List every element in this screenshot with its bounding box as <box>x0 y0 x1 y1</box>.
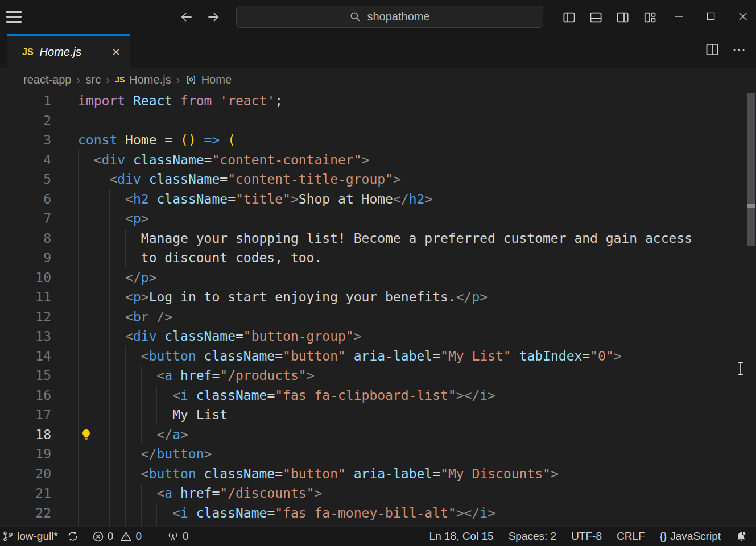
code-line-13[interactable]: 13 <div className="button-group"> <box>0 326 746 346</box>
encoding-status[interactable]: UTF-8 <box>567 527 606 546</box>
tab-close-button[interactable]: ✕ <box>109 45 123 60</box>
code-area: 1import React from 'react';23const Home … <box>0 91 746 526</box>
split-editor-button[interactable] <box>705 42 720 57</box>
code-line-17[interactable]: 17 My List <box>0 405 746 425</box>
eol-status[interactable]: CRLF <box>612 527 650 546</box>
code-text: <div className="button-group"> <box>78 326 362 346</box>
code-line-20[interactable]: 20 <button className="button" aria-label… <box>0 464 746 484</box>
line-number: 4 <box>0 150 51 170</box>
warning-count: 0 <box>135 530 142 543</box>
window-minimize-button[interactable] <box>666 0 692 32</box>
nav-back-button[interactable] <box>177 8 196 26</box>
minimize-icon <box>675 12 684 21</box>
code-line-8[interactable]: 8 Manage your shopping list! Become a pr… <box>0 229 746 249</box>
encoding-label: UTF-8 <box>571 530 602 543</box>
window-maximize-button[interactable] <box>697 0 724 32</box>
line-number: 7 <box>0 209 51 229</box>
nav-forward-button[interactable] <box>204 8 222 26</box>
editor-scrollbar[interactable] <box>746 91 756 526</box>
menu-hamburger-icon[interactable] <box>6 11 22 23</box>
tab-title: Home.js <box>40 46 81 59</box>
breadcrumb: react-app › src › JS Home.js › Home <box>0 68 756 91</box>
chevron-right-icon: › <box>105 73 110 86</box>
code-text: <a href="/discounts"> <box>78 483 322 503</box>
toggle-secondary-sidebar-button[interactable] <box>614 9 630 25</box>
line-number: 14 <box>0 346 51 366</box>
broadcast-icon <box>167 531 179 543</box>
line-number: 12 <box>0 307 51 327</box>
code-text: Manage your shopping list! Become a pref… <box>78 229 692 249</box>
git-branch-status[interactable]: low-gull* <box>0 527 63 546</box>
code-text: </p> <box>78 268 157 288</box>
tab-home-js[interactable]: JS Home.js ✕ <box>7 34 130 68</box>
sync-icon <box>67 531 79 542</box>
language-label: JavaScript <box>670 530 721 543</box>
code-text: import React from 'react'; <box>78 91 283 111</box>
bell-icon <box>736 531 747 543</box>
code-line-14[interactable]: 14 <button className="button" aria-label… <box>0 346 746 366</box>
code-line-15[interactable]: 15 <a href="/products"> <box>0 366 746 386</box>
code-line-3[interactable]: 3const Home = () => ( <box>0 130 746 150</box>
line-number: 18 <box>0 425 51 445</box>
toggle-primary-sidebar-button[interactable] <box>561 9 577 25</box>
code-line-11[interactable]: 11 <p>Log in to start enjoying your bene… <box>0 287 746 307</box>
line-number: 21 <box>0 483 51 503</box>
code-line-22[interactable]: 22 <i className="fas fa-money-bill-alt">… <box>0 503 746 523</box>
line-number: 10 <box>0 268 51 288</box>
code-line-6[interactable]: 6 <h2 className="title">Shop at Home</h2… <box>0 189 746 209</box>
breadcrumb-item-file[interactable]: Home.js <box>129 73 171 86</box>
scrollbar-overview-marker <box>747 204 755 208</box>
code-line-1[interactable]: 1import React from 'react'; <box>0 91 746 111</box>
code-line-21[interactable]: 21 <a href="/discounts"> <box>0 483 746 503</box>
git-branch-label: low-gull* <box>17 530 58 543</box>
code-line-4[interactable]: 4 <div className="content-container"> <box>0 150 746 170</box>
code-line-12[interactable]: 12 <br /> <box>0 307 746 327</box>
code-editor[interactable]: 1import React from 'react';23const Home … <box>0 91 746 526</box>
code-line-7[interactable]: 7 <p> <box>0 209 746 229</box>
breadcrumb-item-folder[interactable]: src <box>86 73 101 86</box>
error-count: 0 <box>108 530 114 543</box>
code-line-10[interactable]: 10 </p> <box>0 268 746 288</box>
error-icon <box>92 531 104 543</box>
language-mode-status[interactable]: {} JavaScript <box>655 527 725 546</box>
git-branch-icon <box>2 531 14 542</box>
title-bar: shopathome <box>0 0 756 34</box>
more-actions-button[interactable]: ⋯ <box>732 44 747 55</box>
code-line-2[interactable]: 2 <box>0 111 746 131</box>
git-sync-button[interactable] <box>63 527 83 546</box>
breadcrumb-item-folder[interactable]: react-app <box>23 73 72 86</box>
toggle-panel-button[interactable] <box>588 9 604 25</box>
notifications-button[interactable] <box>731 527 751 546</box>
breadcrumb-item-symbol[interactable]: Home <box>201 73 232 86</box>
code-text: <div className="content-container"> <box>78 150 369 170</box>
code-line-19[interactable]: 19 </button> <box>0 444 746 464</box>
layout-panel-icon <box>589 10 603 24</box>
split-editor-icon <box>705 42 720 57</box>
code-line-5[interactable]: 5 <div className="content-title-group"> <box>0 169 746 189</box>
code-line-18[interactable]: 18 </a> <box>0 425 746 445</box>
line-number: 6 <box>0 189 51 209</box>
problems-status[interactable]: 0 0 <box>88 527 146 546</box>
cursor-position-status[interactable]: Ln 18, Col 15 <box>425 527 498 546</box>
code-line-9[interactable]: 9 to discount codes, too. <box>0 248 746 268</box>
code-text: <div className="content-title-group"> <box>78 169 401 189</box>
customize-layout-button[interactable] <box>642 9 658 25</box>
line-number: 8 <box>0 229 51 249</box>
code-text: <button className="button" aria-label="M… <box>78 464 559 484</box>
command-center-search[interactable]: shopathome <box>236 6 543 28</box>
window-close-button[interactable] <box>730 0 756 32</box>
scrollbar-thumb[interactable] <box>747 93 755 246</box>
maximize-icon <box>707 12 715 20</box>
code-text: <p> <box>78 209 149 229</box>
indentation-label: Spaces: 2 <box>509 530 557 543</box>
line-number: 19 <box>0 444 51 464</box>
indentation-status[interactable]: Spaces: 2 <box>504 527 561 546</box>
ports-status[interactable]: 0 <box>162 527 193 546</box>
line-number: 3 <box>0 130 51 150</box>
arrow-left-icon <box>179 10 194 24</box>
mouse-cursor-ibeam <box>736 361 745 376</box>
code-text: <h2 className="title">Shop at Home</h2> <box>78 189 432 209</box>
line-number: 5 <box>0 169 51 189</box>
warning-icon <box>120 531 132 543</box>
code-line-16[interactable]: 16 <i className="fas fa-clipboard-list">… <box>0 386 746 406</box>
